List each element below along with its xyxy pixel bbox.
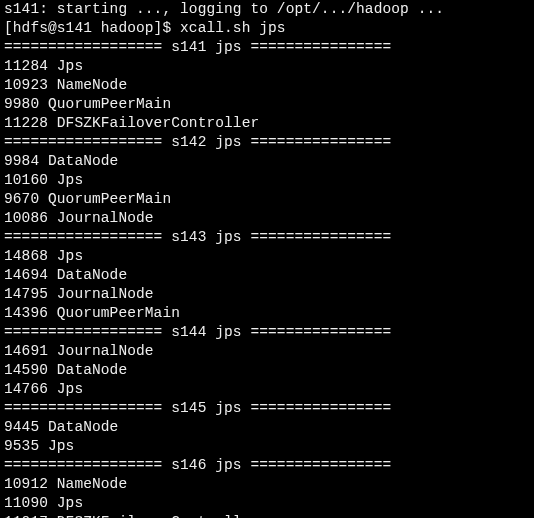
terminal-line: 14766 Jps [4,380,530,399]
terminal-output: s141: starting ..., logging to /opt/.../… [0,0,534,518]
terminal-line: ================== s144 jps ============… [4,323,530,342]
terminal-line: 14795 JournalNode [4,285,530,304]
terminal-line: 14694 DataNode [4,266,530,285]
terminal-line: 9984 DataNode [4,152,530,171]
terminal-line: 14868 Jps [4,247,530,266]
terminal-line: 10923 NameNode [4,76,530,95]
terminal-line: 10086 JournalNode [4,209,530,228]
terminal-line: 11228 DFSZKFailoverController [4,114,530,133]
terminal-line: 10912 NameNode [4,475,530,494]
terminal-line: 9535 Jps [4,437,530,456]
terminal-line: ================== s141 jps ============… [4,38,530,57]
terminal-line: 9670 QuorumPeerMain [4,190,530,209]
terminal-line: ================== s145 jps ============… [4,399,530,418]
terminal-line: 11090 Jps [4,494,530,513]
terminal-line: 9980 QuorumPeerMain [4,95,530,114]
terminal-line: [hdfs@s141 hadoop]$ xcall.sh jps [4,19,530,38]
terminal-line: 9445 DataNode [4,418,530,437]
terminal-line: ================== s142 jps ============… [4,133,530,152]
terminal-line: 11284 Jps [4,57,530,76]
terminal-line: s141: starting ..., logging to /opt/.../… [4,0,530,19]
terminal-line: 14691 JournalNode [4,342,530,361]
terminal-line: 14590 DataNode [4,361,530,380]
terminal-line: ================== s143 jps ============… [4,228,530,247]
terminal-line: 10160 Jps [4,171,530,190]
terminal-line: ================== s146 jps ============… [4,456,530,475]
terminal-line: 11017 DFSZKFailoverController [4,513,530,518]
terminal-line: 14396 QuorumPeerMain [4,304,530,323]
